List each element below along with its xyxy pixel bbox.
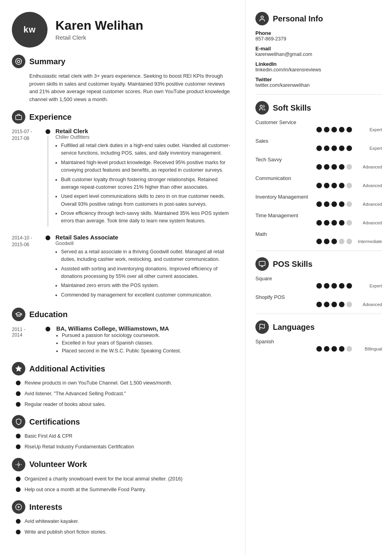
skill-level: Intermediate <box>354 239 382 244</box>
job-date: 2015-07 - 2017-08 <box>12 128 44 227</box>
summary-icon <box>12 55 25 68</box>
skill-name: Time Management <box>255 212 382 218</box>
job-content: Retail Sales Associate Goodwill Served a… <box>52 234 233 300</box>
skill-dot <box>346 283 352 289</box>
interests-section-header: Interests <box>12 500 233 514</box>
list-item: Avid listener, "The Advanced Selling Pod… <box>12 390 233 398</box>
email-label: E-mail <box>255 46 382 52</box>
additional-icon <box>12 362 25 375</box>
skill-dot <box>316 220 322 226</box>
interests-title: Interests <box>29 503 62 512</box>
list-item: Write and publish short fiction stories. <box>12 528 233 536</box>
skill-dot <box>346 346 352 352</box>
job-content: Retail Clerk Chiller Outfitters Fulfille… <box>52 128 233 227</box>
edu-date: 2011 - 2014 <box>12 325 44 355</box>
linkedin-item: LinkedIn linkedin.com/in/karensreviews <box>255 61 382 73</box>
bullet: Maintained zero errors with the POS syst… <box>61 282 233 289</box>
twitter-item: Twitter twitter.com/karenwelihan <box>255 77 382 88</box>
education-item: 2011 - 2014 BA, Williams College, Willia… <box>12 325 233 355</box>
skill-dot <box>346 164 352 170</box>
job-title: Retail Clerk <box>55 34 143 41</box>
list-item: Avid whitewater kayaker. <box>12 518 233 525</box>
svg-point-0 <box>16 59 22 65</box>
bullet: Used expert level communications skills … <box>61 193 233 208</box>
skill-dots <box>316 127 352 132</box>
list-item: Review products in own YouTube Channel. … <box>12 379 233 387</box>
skill-level: Advanced <box>354 220 382 225</box>
list-text: Organized a charity snowboard event for … <box>25 475 183 483</box>
volunteer-title: Volunteer Work <box>29 460 87 469</box>
skill-dots <box>316 145 352 151</box>
skill-dot <box>339 127 344 132</box>
bullet: Served as a retail associate in a thrivi… <box>61 248 233 264</box>
list-text: Basic First Aid & CPR <box>25 433 72 440</box>
list-text: Avid listener, "The Advanced Selling Pod… <box>25 390 126 398</box>
list-text: Avid whitewater kayaker. <box>25 518 79 525</box>
skill-name: Tech Savvy <box>255 157 382 163</box>
skill-dots <box>316 220 352 226</box>
experience-list: 2015-07 - 2017-08 Retail Clerk Chiller O… <box>12 128 233 300</box>
skill-dots <box>316 239 352 244</box>
resume-header: kw Karen Welihan Retail Clerk <box>12 12 233 48</box>
soft-skills-header: Soft Skills <box>255 101 382 115</box>
skill-level: Advanced <box>354 202 382 207</box>
skill-dot <box>324 283 329 289</box>
skill-dot <box>331 283 337 289</box>
avatar: kw <box>12 12 48 48</box>
skill-dot <box>346 302 352 307</box>
skill-dot <box>316 183 322 188</box>
list-text: Write and publish short fiction stories. <box>25 528 107 536</box>
skill-dot <box>331 220 337 226</box>
list-item: Basic First Aid & CPR <box>12 433 233 440</box>
skill-dot <box>346 239 352 244</box>
svg-point-4 <box>18 464 20 466</box>
list-dot <box>16 391 21 396</box>
summary-text: Enthusiastic retail clerk with 3+ years … <box>29 72 233 103</box>
skill-name: Shopify POS <box>255 294 382 300</box>
job-title: Retail Clerk <box>55 128 233 134</box>
job-bullets: Fulfilled all retail clerk duties in a h… <box>55 142 233 225</box>
skill-dot <box>316 346 322 352</box>
svg-point-13 <box>260 105 263 107</box>
skill-item: Spanish Billingual <box>255 339 382 352</box>
personal-info-title: Personal Info <box>273 14 323 23</box>
skill-dot <box>316 164 322 170</box>
list-item: Help out once a month at the Summerville… <box>12 486 233 494</box>
pos-skills-list: Square Expert Shopify POS Advanced <box>255 276 382 307</box>
skill-name: Spanish <box>255 339 382 344</box>
list-dot <box>16 434 21 438</box>
skill-level: Expert <box>354 146 382 151</box>
skill-bar-row: Expert <box>255 127 382 132</box>
soft-skills-list: Customer Service Expert Sales Expert Tec… <box>255 119 382 244</box>
timeline-line <box>48 136 48 227</box>
skill-dot <box>331 145 337 151</box>
bullet: Assisted with sorting and inventorying d… <box>61 265 233 281</box>
skill-item: Sales Expert <box>255 138 382 151</box>
languages-icon <box>255 320 269 334</box>
skill-dot <box>324 164 329 170</box>
skill-item: Tech Savvy Advanced <box>255 157 382 170</box>
skill-dots <box>316 201 352 207</box>
avatar-initials: kw <box>23 25 36 35</box>
skill-item: Shopify POS Advanced <box>255 294 382 307</box>
skill-level: Advanced <box>354 165 382 169</box>
skill-dot <box>346 220 352 226</box>
skill-dot <box>316 283 322 289</box>
languages-header: Languages <box>255 320 382 334</box>
linkedin-label: LinkedIn <box>255 61 382 67</box>
volunteer-section-header: Volunteer Work <box>12 458 233 471</box>
twitter-label: Twitter <box>255 77 382 82</box>
experience-item: 2015-07 - 2017-08 Retail Clerk Chiller O… <box>12 128 233 227</box>
list-item: Organized a charity snowboard event for … <box>12 475 233 483</box>
cert-section-header: Certifications <box>12 415 233 429</box>
skill-dot <box>339 283 344 289</box>
skill-dot <box>346 183 352 188</box>
list-text: Review products in own YouTube Channel. … <box>25 379 172 387</box>
skill-dot <box>346 127 352 132</box>
additional-section-header: Additional Activities <box>12 362 233 375</box>
list-dot <box>16 530 21 534</box>
skill-name: Math <box>255 231 382 237</box>
bullet: Excelled in four years of Spanish classe… <box>62 339 233 347</box>
experience-section-header: Experience <box>12 110 233 124</box>
list-dot <box>16 444 21 449</box>
